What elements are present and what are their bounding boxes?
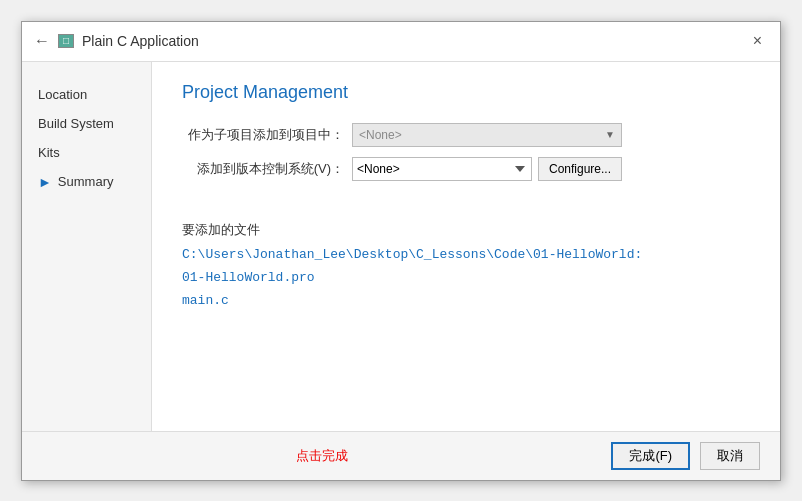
project-dropdown-disabled: <None> ▼ (352, 123, 622, 147)
active-arrow-icon: ► (38, 174, 52, 190)
footer: 点击完成 完成(F) 取消 (22, 431, 780, 480)
sidebar-item-label-build-system: Build System (38, 116, 114, 131)
project-dropdown-value: <None> (359, 128, 402, 142)
sidebar-item-label-location: Location (38, 87, 87, 102)
list-item: 01-HelloWorld.pro (182, 266, 750, 289)
cancel-button[interactable]: 取消 (700, 442, 760, 470)
section-title: Project Management (182, 82, 750, 103)
dialog-body: Location Build System Kits ► Summary Pro… (22, 62, 780, 431)
main-dialog: ← □ Plain C Application × Location Build… (21, 21, 781, 481)
title-bar-left: ← □ Plain C Application (34, 32, 199, 50)
files-section: 要添加的文件 C:\Users\Jonathan_Lee\Desktop\C_L… (182, 221, 750, 313)
vcs-select[interactable]: <None> (352, 157, 532, 181)
sidebar-item-label-summary: Summary (58, 174, 114, 189)
files-path: C:\Users\Jonathan_Lee\Desktop\C_Lessons\… (182, 247, 750, 262)
dialog-title: Plain C Application (82, 33, 199, 49)
dropdown-arrow-icon: ▼ (605, 129, 615, 140)
back-button[interactable]: ← (34, 32, 50, 50)
form-row-project: 作为子项目添加到项目中： <None> ▼ (182, 123, 750, 147)
sidebar: Location Build System Kits ► Summary (22, 62, 152, 431)
configure-button[interactable]: Configure... (538, 157, 622, 181)
sidebar-item-build-system[interactable]: Build System (22, 111, 151, 136)
sidebar-item-label-kits: Kits (38, 145, 60, 160)
footer-hint: 点击完成 (42, 447, 601, 465)
content-area: Project Management 作为子项目添加到项目中： <None> ▼… (152, 62, 780, 431)
finish-button[interactable]: 完成(F) (611, 442, 690, 470)
form-select-row-vcs: <None> Configure... (352, 157, 622, 181)
list-item: main.c (182, 289, 750, 312)
form-label-project: 作为子项目添加到项目中： (182, 126, 352, 144)
window-icon: □ (58, 34, 74, 48)
close-button[interactable]: × (747, 30, 768, 52)
sidebar-item-summary[interactable]: ► Summary (22, 169, 151, 195)
title-bar: ← □ Plain C Application × (22, 22, 780, 62)
sidebar-item-kits[interactable]: Kits (22, 140, 151, 165)
form-label-vcs: 添加到版本控制系统(V)： (182, 160, 352, 178)
form-row-vcs: 添加到版本控制系统(V)： <None> Configure... (182, 157, 750, 181)
sidebar-item-location[interactable]: Location (22, 82, 151, 107)
files-section-title: 要添加的文件 (182, 221, 750, 239)
files-list: 01-HelloWorld.pro main.c (182, 266, 750, 313)
